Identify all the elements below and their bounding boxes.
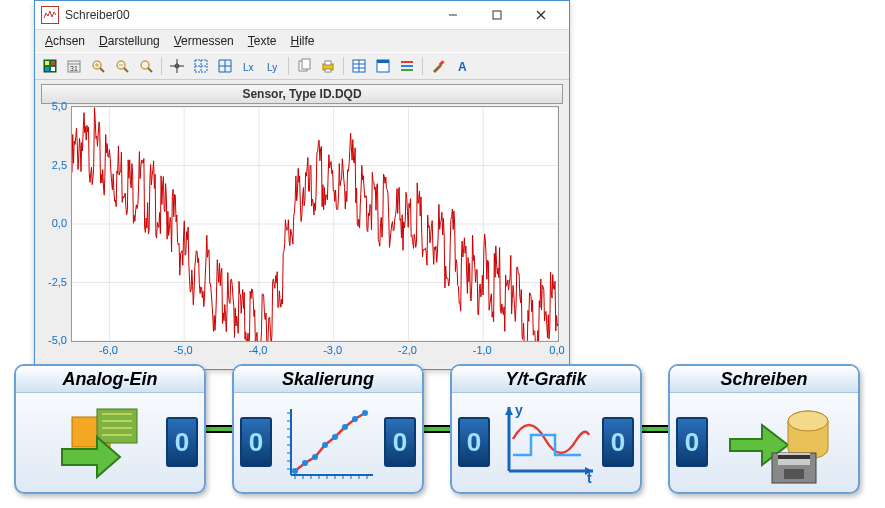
node-scaling[interactable]: Skalierung00 [232, 364, 424, 494]
node-write-disk[interactable]: Schreiben0 [668, 364, 860, 494]
node-title: Schreiben [670, 366, 858, 393]
chart-plot[interactable] [71, 106, 559, 342]
text-a-icon[interactable]: A [451, 55, 473, 77]
y-tick: 5,0 [52, 100, 67, 112]
svg-point-99 [788, 411, 828, 431]
y-tick: 2,5 [52, 159, 67, 171]
port-out[interactable]: 0 [166, 417, 198, 467]
titlebar[interactable]: Schreiber00 [35, 1, 569, 30]
x-tick: -5,0 [174, 344, 193, 356]
zoom-reset-icon[interactable] [135, 55, 157, 77]
write-disk-icon [708, 397, 846, 487]
svg-line-17 [124, 68, 128, 72]
window-title: Schreiber00 [65, 8, 431, 22]
svg-point-83 [302, 460, 308, 466]
svg-rect-7 [45, 67, 49, 71]
node-title: Skalierung [234, 366, 422, 393]
svg-rect-29 [325, 61, 331, 65]
maximize-button[interactable] [475, 2, 519, 28]
svg-text:Lx: Lx [243, 62, 254, 73]
svg-rect-27 [302, 59, 310, 69]
node-analog-in[interactable]: Analog-Ein0 [14, 364, 206, 494]
chart-title: Sensor, Type ID.DQD [41, 84, 563, 104]
x-tick: 0,0 [549, 344, 564, 356]
svg-point-86 [332, 434, 338, 440]
menu-darstellung[interactable]: Darstellung [93, 32, 166, 50]
svg-point-87 [342, 424, 348, 430]
x-tick: -6,0 [99, 344, 118, 356]
svg-line-13 [100, 68, 104, 72]
connector [204, 422, 234, 436]
port-out[interactable]: 0 [602, 417, 634, 467]
x-tick: -2,0 [398, 344, 417, 356]
svg-rect-5 [45, 61, 49, 65]
menu-hilfe[interactable]: Hilfe [284, 32, 320, 50]
close-button[interactable] [519, 2, 563, 28]
x-tick: -4,0 [248, 344, 267, 356]
node-yt-graph[interactable]: Y/t-Grafik0yt0 [450, 364, 642, 494]
svg-rect-1 [493, 11, 501, 19]
toolbar: 31LxLyA [35, 52, 569, 80]
svg-point-19 [141, 61, 149, 69]
svg-text:31: 31 [70, 65, 78, 72]
zoom-out-icon[interactable] [111, 55, 133, 77]
svg-rect-97 [640, 427, 670, 431]
axis-lx-icon[interactable]: Lx [238, 55, 260, 77]
node-title: Y/t-Grafik [452, 366, 640, 393]
copy-icon[interactable] [293, 55, 315, 77]
svg-text:t: t [587, 470, 592, 485]
pipeline: Analog-Ein0Skalierung00Y/t-Grafik0yt0Sch… [14, 364, 860, 494]
grid-dashed-icon[interactable] [190, 55, 212, 77]
grid-icon[interactable] [214, 55, 236, 77]
chart-area: Sensor, Type ID.DQD 5,02,50,0-2,5-5,0 -6… [35, 80, 569, 366]
window-controls [431, 2, 563, 28]
menu-texte[interactable]: Texte [242, 32, 283, 50]
axis-ly-icon[interactable]: Ly [262, 55, 284, 77]
node-title: Analog-Ein [16, 366, 204, 393]
svg-text:y: y [515, 402, 523, 418]
date-icon[interactable]: 31 [63, 55, 85, 77]
y-axis: 5,02,50,0-2,5-5,0 [41, 106, 71, 342]
connector [422, 422, 452, 436]
yt-graph-icon: yt [490, 397, 602, 487]
app-icon [41, 6, 59, 24]
svg-rect-36 [377, 60, 389, 63]
svg-point-84 [312, 454, 318, 460]
port-out[interactable]: 0 [384, 417, 416, 467]
svg-rect-30 [325, 69, 331, 72]
y-tick: -2,5 [48, 276, 67, 288]
svg-rect-103 [778, 455, 810, 459]
x-tick: -1,0 [473, 344, 492, 356]
minimize-button[interactable] [431, 2, 475, 28]
print-icon[interactable] [317, 55, 339, 77]
lines-icon[interactable] [396, 55, 418, 77]
y-tick: -5,0 [48, 334, 67, 346]
menu-achsen[interactable]: Achsen [39, 32, 91, 50]
svg-point-82 [292, 468, 298, 474]
svg-rect-61 [204, 427, 234, 431]
svg-text:A: A [458, 60, 467, 74]
chart-window: Schreiber00 AchsenDarstellungVermessenTe… [34, 0, 570, 370]
scaling-icon [272, 397, 384, 487]
connector [640, 422, 670, 436]
svg-line-20 [148, 68, 152, 72]
brush-icon[interactable] [427, 55, 449, 77]
svg-point-88 [352, 416, 358, 422]
zoom-in-icon[interactable] [87, 55, 109, 77]
palette-icon[interactable] [39, 55, 61, 77]
svg-rect-8 [51, 67, 55, 71]
port-in[interactable]: 0 [676, 417, 708, 467]
x-axis: -6,0-5,0-4,0-3,0-2,0-1,00,0 [71, 342, 559, 360]
panel-icon[interactable] [372, 55, 394, 77]
svg-rect-6 [51, 61, 55, 65]
menu-vermessen[interactable]: Vermessen [168, 32, 240, 50]
port-in[interactable]: 0 [458, 417, 490, 467]
x-tick: -3,0 [323, 344, 342, 356]
y-tick: 0,0 [52, 217, 67, 229]
crosshair-icon[interactable] [166, 55, 188, 77]
port-in[interactable]: 0 [240, 417, 272, 467]
table-icon[interactable] [348, 55, 370, 77]
analog-in-icon [28, 397, 166, 487]
svg-text:Ly: Ly [267, 62, 277, 73]
svg-rect-91 [422, 427, 452, 431]
